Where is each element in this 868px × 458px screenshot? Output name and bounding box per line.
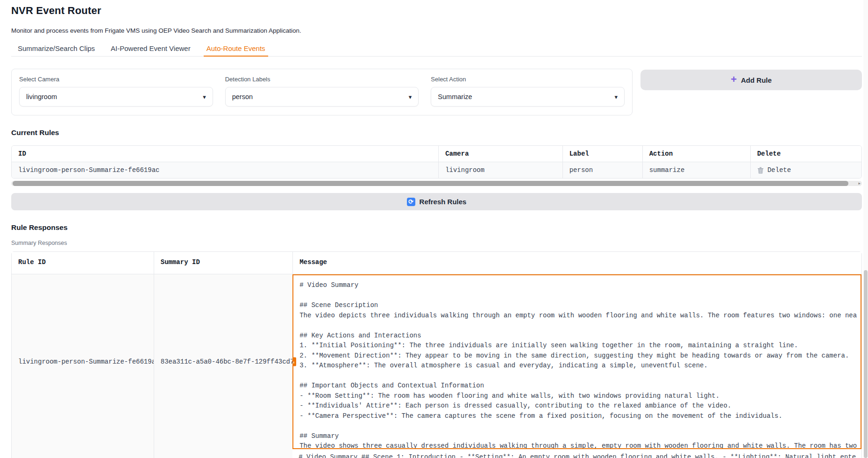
refresh-icon: ⟳	[407, 198, 415, 206]
chevron-down-icon[interactable]: ▾	[203, 94, 206, 100]
response-rule-id-cell[interactable]: livingroom-person-Summarize-fe6619a	[12, 274, 154, 449]
rule-label-cell[interactable]: person	[562, 162, 642, 178]
camera-field-label: Select Camera	[19, 76, 213, 83]
current-rules-table: ID Camera Label Action Delete livingroom…	[11, 145, 862, 179]
add-rule-button-label: Add Rule	[741, 76, 772, 84]
action-field: Select Action Summarize ▾	[431, 76, 625, 107]
scrollbar-right-arrow-icon[interactable]: ▸	[858, 181, 861, 186]
column-header-message: Message	[292, 252, 861, 274]
response-message-cell[interactable]: # Video Summary ## Scene 1: Introduction…	[292, 449, 861, 458]
response-message-cell-selected[interactable]: ◂ # Video Summary ## Scene Description T…	[292, 274, 861, 449]
column-header-summary-id: Summary ID	[154, 252, 292, 274]
delete-rule-label: Delete	[768, 166, 791, 174]
delete-rule-button[interactable]: Delete	[750, 162, 861, 178]
response-summary-id-cell[interactable]: f0672a38-0eac-483e-8eda-0a0ed58313	[154, 449, 292, 458]
tab-ai-powered-event-viewer[interactable]: AI-Powered Event Viewer	[104, 42, 197, 56]
action-dropdown[interactable]: Summarize ▾	[431, 87, 625, 107]
page-title: NVR Event Router	[11, 5, 862, 17]
trash-icon	[757, 167, 764, 174]
tab-bar: Summarize/Search Clips AI-Powered Event …	[11, 42, 862, 57]
rule-responses-heading: Rule Responses	[11, 223, 862, 232]
rules-table-scrollbar-thumb[interactable]	[13, 181, 848, 186]
rule-form-row: Select Camera livingroom ▾ Detection Lab…	[11, 69, 862, 115]
tab-auto-route-events[interactable]: Auto-Route Events	[200, 42, 272, 56]
current-rules-heading: Current Rules	[11, 129, 862, 137]
chevron-down-icon[interactable]: ▾	[614, 94, 618, 100]
summary-responses-table: Rule ID Summary ID Message livingroom-pe…	[11, 251, 862, 458]
column-header-delete: Delete	[750, 146, 861, 162]
detection-labels-field: Detection Labels person ▾	[225, 76, 419, 107]
tab-summarize-search-clips[interactable]: Summarize/Search Clips	[11, 42, 101, 56]
detection-labels-field-label: Detection Labels	[225, 76, 419, 83]
response-message-text: # Video Summary ## Scene Description The…	[299, 280, 854, 449]
camera-dropdown-value: livingroom	[26, 93, 57, 100]
collapse-left-icon: ◂	[292, 359, 294, 364]
column-header-action: Action	[642, 146, 750, 162]
refresh-rules-button[interactable]: ⟳ Refresh Rules	[11, 193, 862, 210]
column-header-label: Label	[562, 146, 642, 162]
rules-table-horizontal-scrollbar[interactable]: ▸	[11, 181, 862, 186]
column-header-id: ID	[12, 146, 438, 162]
response-summary-id-cell[interactable]: 83ea311c-a5a0-46bc-8e7f-129ff43cd7	[154, 274, 292, 449]
rule-form-card: Select Camera livingroom ▾ Detection Lab…	[11, 69, 633, 115]
summary-responses-label: Summary Responses	[11, 240, 862, 246]
detection-labels-dropdown[interactable]: person ▾	[225, 87, 419, 107]
add-rule-button[interactable]: + Add Rule	[640, 70, 862, 90]
response-rule-id-cell[interactable]: livingroom-person-Summarize-fe6619a	[12, 449, 154, 458]
detection-labels-dropdown-value: person	[232, 93, 253, 100]
app-page: NVR Event Router Monitor and process eve…	[0, 0, 868, 458]
column-header-camera: Camera	[438, 146, 562, 162]
action-dropdown-value: Summarize	[438, 93, 472, 100]
cell-expand-handle[interactable]: ◂	[292, 358, 296, 366]
page-vertical-scrollbar[interactable]	[863, 0, 868, 458]
column-header-rule-id: Rule ID	[12, 252, 154, 274]
plus-icon: +	[731, 74, 737, 85]
page-subtitle: Monitor and process events from Frigate …	[11, 27, 862, 34]
camera-dropdown[interactable]: livingroom ▾	[19, 87, 213, 107]
refresh-rules-button-label: Refresh Rules	[420, 198, 467, 206]
rule-id-cell[interactable]: livingroom-person-Summarize-fe6619ac	[12, 162, 438, 178]
rule-camera-cell[interactable]: livingroom	[438, 162, 562, 178]
rule-action-cell[interactable]: summarize	[642, 162, 750, 178]
page-scrollbar-thumb[interactable]	[864, 270, 868, 458]
camera-field: Select Camera livingroom ▾	[19, 76, 213, 107]
chevron-down-icon[interactable]: ▾	[409, 94, 412, 100]
action-field-label: Select Action	[431, 76, 625, 83]
